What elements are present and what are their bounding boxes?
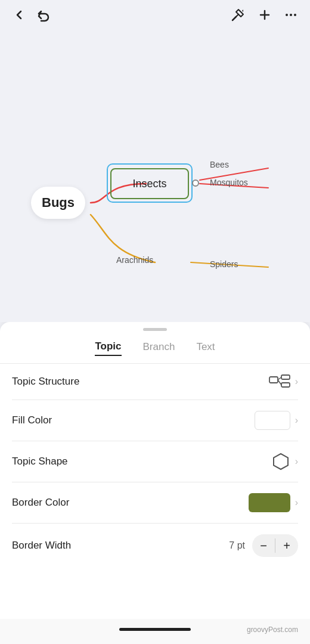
border-color-swatch bbox=[249, 493, 290, 512]
svg-line-14 bbox=[278, 380, 281, 385]
border-color-chevron: › bbox=[295, 497, 298, 508]
hexagon-shape-icon bbox=[271, 452, 290, 471]
border-width-value: 7 pt bbox=[229, 540, 245, 551]
topic-shape-label: Topic Shape bbox=[12, 456, 68, 467]
top-bar-right bbox=[230, 7, 298, 23]
svg-point-4 bbox=[286, 14, 288, 16]
border-width-decrease-button[interactable]: − bbox=[252, 534, 275, 557]
svg-line-1 bbox=[232, 17, 236, 20]
bees-label: Bees bbox=[210, 160, 229, 169]
mosquitos-label: Mosquitos bbox=[210, 178, 248, 187]
svg-point-6 bbox=[294, 14, 296, 16]
mindmap: Bugs Insects Bees Mosquitos Arachnids Sp… bbox=[0, 30, 310, 322]
undo-button[interactable] bbox=[37, 8, 51, 22]
canvas-area[interactable]: Bugs Insects Bees Mosquitos Arachnids Sp… bbox=[0, 30, 310, 322]
topic-structure-label: Topic Structure bbox=[12, 376, 79, 388]
svg-marker-15 bbox=[274, 454, 288, 469]
topic-shape-right: › bbox=[271, 452, 298, 471]
insects-connector-dot bbox=[192, 179, 199, 187]
topic-structure-right: › bbox=[269, 374, 298, 389]
topic-shape-row[interactable]: Topic Shape › bbox=[12, 441, 298, 482]
fill-color-right: › bbox=[255, 411, 298, 430]
tab-topic[interactable]: Topic bbox=[95, 340, 121, 356]
svg-rect-11 bbox=[281, 375, 290, 379]
more-button[interactable] bbox=[284, 8, 298, 22]
border-width-row: Border Width 7 pt − + bbox=[12, 524, 298, 568]
arachnids-label: Arachnids bbox=[116, 255, 153, 265]
bugs-label: Bugs bbox=[42, 195, 75, 210]
fill-color-row[interactable]: Fill Color › bbox=[12, 400, 298, 441]
bugs-node[interactable]: Bugs bbox=[31, 187, 85, 219]
border-width-stepper: − + bbox=[252, 534, 298, 557]
tab-branch[interactable]: Branch bbox=[143, 340, 175, 356]
watermark: groovyPost.com bbox=[247, 626, 298, 634]
border-width-right: 7 pt − + bbox=[229, 534, 298, 557]
bottom-panel: Topic Branch Text Topic Structure › Fil bbox=[0, 322, 310, 619]
tool-button[interactable] bbox=[230, 7, 246, 23]
svg-rect-12 bbox=[281, 383, 290, 387]
topic-structure-chevron: › bbox=[295, 376, 298, 387]
topic-shape-chevron: › bbox=[295, 456, 298, 467]
insects-node[interactable]: Insects bbox=[110, 168, 189, 199]
spiders-label: Spiders bbox=[210, 259, 238, 269]
fill-color-chevron: › bbox=[295, 415, 298, 426]
add-button[interactable] bbox=[258, 8, 272, 22]
top-bar bbox=[0, 0, 310, 30]
tab-text[interactable]: Text bbox=[196, 340, 215, 356]
border-color-right: › bbox=[249, 493, 298, 512]
top-bar-left bbox=[12, 8, 51, 22]
border-color-label: Border Color bbox=[12, 497, 69, 509]
insects-label: Insects bbox=[132, 178, 166, 190]
topic-structure-icon bbox=[269, 374, 290, 389]
fill-color-label: Fill Color bbox=[12, 414, 52, 426]
border-width-label: Border Width bbox=[12, 540, 71, 552]
tabs: Topic Branch Text bbox=[0, 331, 310, 364]
fill-color-swatch bbox=[255, 411, 290, 430]
topic-structure-row[interactable]: Topic Structure › bbox=[12, 364, 298, 400]
svg-point-5 bbox=[290, 14, 292, 16]
back-button[interactable] bbox=[12, 8, 26, 22]
settings-list: Topic Structure › Fill Color › bbox=[0, 364, 310, 568]
border-width-increase-button[interactable]: + bbox=[275, 534, 298, 557]
home-indicator bbox=[119, 628, 191, 631]
home-indicator-wrapper: groovyPost.com bbox=[0, 619, 310, 644]
border-color-row[interactable]: Border Color › bbox=[12, 482, 298, 524]
svg-rect-10 bbox=[269, 377, 278, 383]
